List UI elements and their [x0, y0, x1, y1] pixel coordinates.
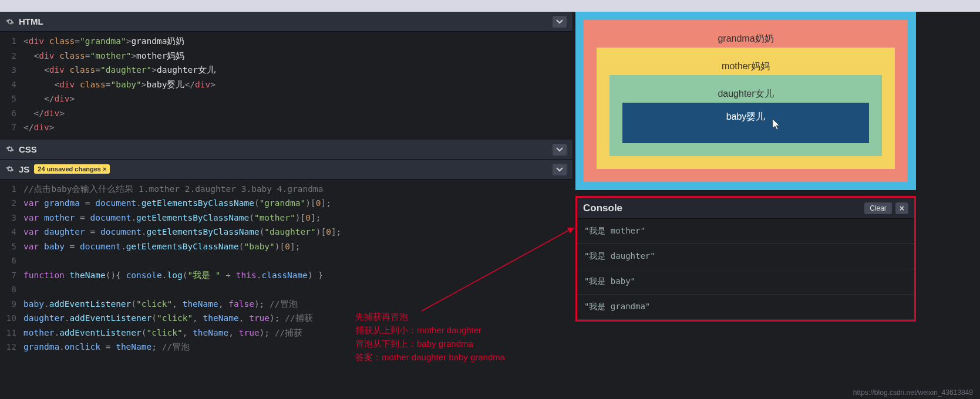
code-content[interactable]: mother.addEventListener("click", theName… — [23, 326, 302, 340]
preview-daughter-label: daughter女儿 — [718, 89, 773, 99]
preview-pane[interactable]: grandma奶奶 mother妈妈 daughter女儿 baby婴儿 — [575, 12, 916, 190]
line-number: 2 — [0, 196, 23, 211]
console-line: "我是 daughter" — [577, 244, 914, 269]
line-number: 12 — [0, 340, 23, 354]
line-number: 5 — [0, 239, 23, 254]
code-content[interactable]: var grandma = document.getElementsByClas… — [23, 196, 331, 211]
code-content[interactable]: <div class="mother">mother妈妈 — [23, 49, 185, 63]
preview-grandma-label: grandma奶奶 — [718, 33, 773, 43]
code-line[interactable]: 6 </div> — [0, 106, 572, 121]
console-output: "我是 mother""我是 daughter""我是 baby""我是 gra… — [577, 219, 914, 320]
annotation-line: 先捕获再冒泡 — [355, 310, 505, 323]
preview-mother-label: mother妈妈 — [722, 61, 770, 71]
preview-daughter[interactable]: daughter女儿 baby婴儿 — [609, 75, 882, 156]
code-content[interactable]: <div class="daughter">daughter女儿 — [23, 63, 215, 77]
gear-icon[interactable] — [6, 18, 14, 26]
gear-icon[interactable] — [6, 165, 14, 173]
line-number: 1 — [0, 182, 23, 197]
output-column: grandma奶奶 mother妈妈 daughter女儿 baby婴儿 Con… — [575, 12, 916, 399]
line-number: 3 — [0, 63, 23, 77]
code-line[interactable]: 6 — [0, 253, 572, 268]
line-number: 4 — [0, 77, 23, 92]
css-panel-header[interactable]: CSS — [0, 140, 572, 160]
html-panel-title: HTML — [19, 16, 43, 26]
code-content[interactable]: var mother = document.getElementsByClass… — [23, 211, 321, 225]
code-line[interactable]: 4var daughter = document.getElementsByCl… — [0, 225, 572, 239]
window-top-strip — [0, 0, 980, 12]
code-line[interactable]: 5 </div> — [0, 92, 572, 106]
code-line[interactable]: 2var grandma = document.getElementsByCla… — [0, 196, 572, 211]
line-number: 7 — [0, 120, 23, 135]
line-number: 10 — [0, 311, 23, 326]
code-line[interactable]: 4 <div class="baby">baby婴儿</div> — [0, 77, 572, 92]
console-line: "我是 grandma" — [577, 295, 914, 320]
preview-baby-label: baby婴儿 — [726, 111, 766, 121]
code-content[interactable]: var daughter = document.getElementsByCla… — [23, 225, 341, 239]
chevron-down-icon — [556, 19, 563, 24]
console-line: "我是 mother" — [577, 219, 914, 244]
gear-icon[interactable] — [6, 145, 14, 153]
code-content[interactable]: daughter.addEventListener("click", theNa… — [23, 311, 313, 326]
unsaved-changes-badge[interactable]: 24 unsaved changes × — [34, 164, 110, 174]
line-number: 2 — [0, 49, 23, 63]
line-number: 9 — [0, 297, 23, 312]
preview-mother[interactable]: mother妈妈 daughter女儿 baby婴儿 — [597, 48, 895, 169]
console-line: "我是 baby" — [577, 269, 914, 295]
code-line[interactable]: 7function theName(){ console.log("我是 " +… — [0, 268, 572, 283]
annotation-line: 捕获从上到小：mother daughter — [355, 323, 505, 337]
code-line[interactable]: 7</div> — [0, 120, 572, 135]
css-panel-title: CSS — [19, 144, 37, 154]
code-line[interactable]: 2 <div class="mother">mother妈妈 — [0, 49, 572, 63]
code-content[interactable]: var baby = document.getElementsByClassNa… — [23, 239, 301, 254]
code-line[interactable]: 3 <div class="daughter">daughter女儿 — [0, 63, 572, 77]
cursor-icon — [773, 119, 781, 132]
chevron-down-icon — [556, 167, 563, 172]
code-content[interactable]: <div class="grandma">grandma奶奶 — [23, 34, 184, 49]
chevron-down-icon — [556, 147, 563, 152]
code-line[interactable]: 8 — [0, 282, 572, 297]
code-line[interactable]: 5var baby = document.getElementsByClassN… — [0, 239, 572, 254]
code-line[interactable]: 1<div class="grandma">grandma奶奶 — [0, 34, 572, 49]
console-clear-button[interactable]: Clear — [864, 202, 892, 214]
line-number: 8 — [0, 282, 23, 297]
html-panel-header[interactable]: HTML — [0, 12, 572, 32]
collapse-button[interactable] — [553, 16, 567, 28]
code-content[interactable]: //点击baby会输入什么结果 1.mother 2.daughter 3.ba… — [23, 182, 323, 197]
collapse-button[interactable] — [553, 144, 567, 155]
preview-baby[interactable]: baby婴儿 — [622, 103, 869, 143]
line-number: 11 — [0, 326, 23, 340]
preview-grandma[interactable]: grandma奶奶 mother妈妈 daughter女儿 baby婴儿 — [584, 20, 908, 182]
collapse-button[interactable] — [553, 164, 567, 175]
code-content[interactable]: </div> — [23, 106, 65, 121]
annotation-line: 答案：mother daughter baby grandma — [355, 350, 505, 364]
code-content[interactable]: </div> — [23, 92, 75, 106]
code-content[interactable]: baby.addEventListener("click", theName, … — [23, 297, 298, 312]
line-number: 6 — [0, 253, 23, 268]
code-line[interactable]: 1//点击baby会输入什么结果 1.mother 2.daughter 3.b… — [0, 182, 572, 197]
code-content[interactable]: function theName(){ console.log("我是 " + … — [23, 268, 323, 283]
console-close-button[interactable]: × — [895, 202, 908, 214]
js-panel-title: JS — [19, 164, 29, 174]
annotation-line: 冒泡从下到上：baby grandma — [355, 337, 505, 350]
code-content[interactable]: </div> — [23, 120, 54, 135]
line-number: 4 — [0, 225, 23, 239]
line-number: 1 — [0, 34, 23, 49]
watermark: https://blog.csdn.net/weixin_43613849 — [853, 388, 973, 397]
line-number: 5 — [0, 92, 23, 106]
console-header: Console Clear × — [577, 198, 914, 219]
line-number: 3 — [0, 211, 23, 225]
console-panel: Console Clear × "我是 mother""我是 daughter"… — [575, 196, 916, 322]
code-line[interactable]: 9baby.addEventListener("click", theName,… — [0, 297, 572, 312]
line-number: 6 — [0, 106, 23, 121]
js-panel-header[interactable]: JS 24 unsaved changes × — [0, 160, 572, 180]
annotation-text: 先捕获再冒泡 捕获从上到小：mother daughter 冒泡从下到上：bab… — [355, 310, 505, 364]
code-content[interactable]: <div class="baby">baby婴儿</div> — [23, 77, 215, 92]
line-number: 7 — [0, 268, 23, 283]
code-line[interactable]: 3var mother = document.getElementsByClas… — [0, 211, 572, 225]
code-content[interactable]: grandma.onclick = theName; //冒泡 — [23, 340, 190, 354]
console-title: Console — [583, 202, 864, 214]
html-editor[interactable]: 1<div class="grandma">grandma奶奶2 <div cl… — [0, 32, 572, 140]
